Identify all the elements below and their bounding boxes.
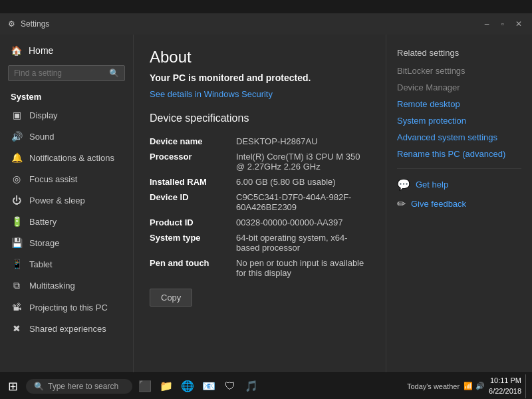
taskbar-right: Today's weather 📶 🔊 10:11 PM 6/22/2018 bbox=[407, 374, 529, 398]
title-bar: ⚙ Settings – ▫ ✕ bbox=[0, 13, 532, 35]
window-title: Settings bbox=[21, 19, 49, 29]
get-help-icon: 💬 bbox=[397, 178, 410, 191]
maximize-button[interactable]: ▫ bbox=[497, 19, 508, 29]
window-title-icon: ⚙ bbox=[8, 19, 15, 29]
sidebar-item-power[interactable]: ⏻ Power & sleep bbox=[0, 190, 133, 211]
taskbar-apps: ⬛ 📁 🌐 📧 🛡 🎵 bbox=[135, 374, 261, 398]
taskbar-search[interactable]: 🔍 Type here to search bbox=[26, 379, 132, 394]
get-help-label: Get help bbox=[416, 180, 448, 190]
related-link-bitlocker[interactable]: BitLocker settings bbox=[397, 66, 521, 76]
sidebar-item-label: Notifications & actions bbox=[29, 153, 114, 163]
minimize-button[interactable]: – bbox=[481, 19, 492, 29]
spec-value: DESKTOP-H2867AU bbox=[236, 134, 370, 149]
title-bar-left: ⚙ Settings bbox=[8, 19, 49, 29]
sidebar-item-storage[interactable]: 💾 Storage bbox=[0, 232, 133, 253]
home-icon: 🏠 bbox=[11, 45, 22, 56]
sidebar: 🏠 Home 🔍 System ▣ Display 🔊 Sound 🔔 Noti… bbox=[0, 35, 133, 372]
sidebar-item-label: Projecting to this PC bbox=[29, 303, 108, 313]
spec-table: Device name DESKTOP-H2867AU Processor In… bbox=[150, 134, 370, 281]
sidebar-item-battery[interactable]: 🔋 Battery bbox=[0, 211, 133, 232]
related-link-rename-pc[interactable]: Rename this PC (advanced) bbox=[397, 149, 521, 159]
taskbar-app-explorer[interactable]: 📁 bbox=[156, 374, 176, 398]
focus-icon: ◎ bbox=[11, 174, 23, 184]
display-icon: ▣ bbox=[11, 110, 23, 120]
sidebar-item-focus[interactable]: ◎ Focus assist bbox=[0, 168, 133, 190]
taskbar: ⊞ 🔍 Type here to search ⬛ 📁 🌐 📧 🛡 🎵 Toda… bbox=[0, 372, 532, 399]
close-button[interactable]: ✕ bbox=[513, 19, 524, 29]
shared-icon: ✖ bbox=[11, 323, 23, 334]
table-row: System type 64-bit operating system, x64… bbox=[150, 230, 370, 255]
sidebar-item-label: Tablet bbox=[29, 259, 53, 269]
notifications-icon: 🔔 bbox=[11, 152, 23, 163]
taskbar-app-edge[interactable]: 🌐 bbox=[178, 374, 198, 398]
show-desktop-button[interactable] bbox=[525, 374, 529, 398]
taskbar-app-music[interactable]: 🎵 bbox=[241, 374, 261, 398]
volume-icon: 🔊 bbox=[475, 382, 485, 390]
support-item-give-feedback[interactable]: ✏ Give feedback bbox=[397, 198, 521, 210]
sidebar-item-label: Focus assist bbox=[29, 174, 77, 184]
start-button[interactable]: ⊞ bbox=[3, 376, 23, 396]
taskbar-app-mail[interactable]: 📧 bbox=[199, 374, 219, 398]
search-input[interactable] bbox=[14, 68, 109, 78]
sidebar-item-home[interactable]: 🏠 Home bbox=[0, 40, 133, 61]
spec-label: Installed RAM bbox=[150, 174, 236, 190]
spec-value: 00328-00000-00000-AA397 bbox=[236, 215, 370, 230]
sidebar-item-projecting[interactable]: 📽 Projecting to this PC bbox=[0, 297, 133, 318]
settings-window: ⚙ Settings – ▫ ✕ 🏠 Home 🔍 System ▣ Displ… bbox=[0, 13, 532, 372]
related-link-device-manager[interactable]: Device Manager bbox=[397, 82, 521, 92]
spec-label: Device name bbox=[150, 134, 236, 149]
power-icon: ⏻ bbox=[11, 195, 23, 205]
related-link-remote-desktop[interactable]: Remote desktop bbox=[397, 99, 521, 109]
related-links-container: BitLocker settingsDevice ManagerRemote d… bbox=[397, 66, 521, 159]
copy-button[interactable]: Copy bbox=[150, 289, 192, 307]
taskbar-left: ⊞ 🔍 Type here to search ⬛ 📁 🌐 📧 🛡 🎵 bbox=[3, 374, 261, 398]
spec-label: System type bbox=[150, 230, 236, 255]
sidebar-item-label: Power & sleep bbox=[29, 196, 85, 205]
spec-value: C9C5C341-D7F0-404A-982F-60A426BE2309 bbox=[236, 190, 370, 215]
spec-value: No pen or touch input is available for t… bbox=[236, 255, 370, 281]
sidebar-section-title: System bbox=[0, 88, 133, 104]
related-link-system-protection[interactable]: System protection bbox=[397, 116, 521, 126]
security-link[interactable]: See details in Windows Security bbox=[150, 89, 370, 99]
battery-icon: 🔋 bbox=[11, 216, 23, 227]
support-item-get-help[interactable]: 💬 Get help bbox=[397, 178, 521, 191]
related-divider bbox=[397, 168, 521, 169]
sidebar-item-label: Sound bbox=[29, 132, 55, 142]
spec-label: Product ID bbox=[150, 215, 236, 230]
sidebar-item-notifications[interactable]: 🔔 Notifications & actions bbox=[0, 147, 133, 168]
taskbar-app-defender[interactable]: 🛡 bbox=[220, 374, 240, 398]
home-label: Home bbox=[29, 45, 53, 56]
spec-value: 6.00 GB (5.80 GB usable) bbox=[236, 174, 370, 190]
taskbar-search-icon: 🔍 bbox=[34, 382, 44, 391]
sidebar-item-label: Battery bbox=[29, 217, 57, 227]
device-specs-title: Device specifications bbox=[150, 112, 370, 124]
taskbar-app-task-view[interactable]: ⬛ bbox=[135, 374, 155, 398]
search-box[interactable]: 🔍 bbox=[8, 65, 125, 81]
sidebar-item-label: Display bbox=[29, 110, 58, 120]
spec-label: Pen and touch bbox=[150, 255, 236, 281]
taskbar-weather[interactable]: Today's weather bbox=[407, 382, 460, 390]
sidebar-item-tablet[interactable]: 📱 Tablet bbox=[0, 253, 133, 275]
search-icon: 🔍 bbox=[109, 68, 119, 78]
table-row: Processor Intel(R) Core(TM) i3 CPU M 350… bbox=[150, 149, 370, 174]
sidebar-item-label: Multitasking bbox=[29, 281, 75, 291]
table-row: Device name DESKTOP-H2867AU bbox=[150, 134, 370, 149]
sidebar-item-sound[interactable]: 🔊 Sound bbox=[0, 126, 133, 147]
related-link-advanced-system[interactable]: Advanced system settings bbox=[397, 132, 521, 142]
taskbar-clock[interactable]: 10:11 PM 6/22/2018 bbox=[489, 376, 521, 396]
spec-label: Device ID bbox=[150, 190, 236, 215]
sidebar-item-multitasking[interactable]: ⧉ Multitasking bbox=[0, 275, 133, 297]
related-panel: Related settings BitLocker settingsDevic… bbox=[386, 35, 532, 372]
spec-value: Intel(R) Core(TM) i3 CPU M 350 @ 2.27GHz… bbox=[236, 149, 370, 174]
title-bar-controls: – ▫ ✕ bbox=[481, 19, 524, 29]
settings-content: 🏠 Home 🔍 System ▣ Display 🔊 Sound 🔔 Noti… bbox=[0, 35, 532, 372]
storage-icon: 💾 bbox=[11, 237, 23, 248]
sidebar-item-shared[interactable]: ✖ Shared experiences bbox=[0, 318, 133, 339]
table-row: Device ID C9C5C341-D7F0-404A-982F-60A426… bbox=[150, 190, 370, 215]
network-icon: 📶 bbox=[464, 382, 473, 390]
sidebar-item-display[interactable]: ▣ Display bbox=[0, 104, 133, 126]
projecting-icon: 📽 bbox=[11, 302, 23, 313]
taskbar-search-label: Type here to search bbox=[48, 382, 118, 391]
spec-label: Processor bbox=[150, 149, 236, 174]
table-row: Pen and touch No pen or touch input is a… bbox=[150, 255, 370, 281]
